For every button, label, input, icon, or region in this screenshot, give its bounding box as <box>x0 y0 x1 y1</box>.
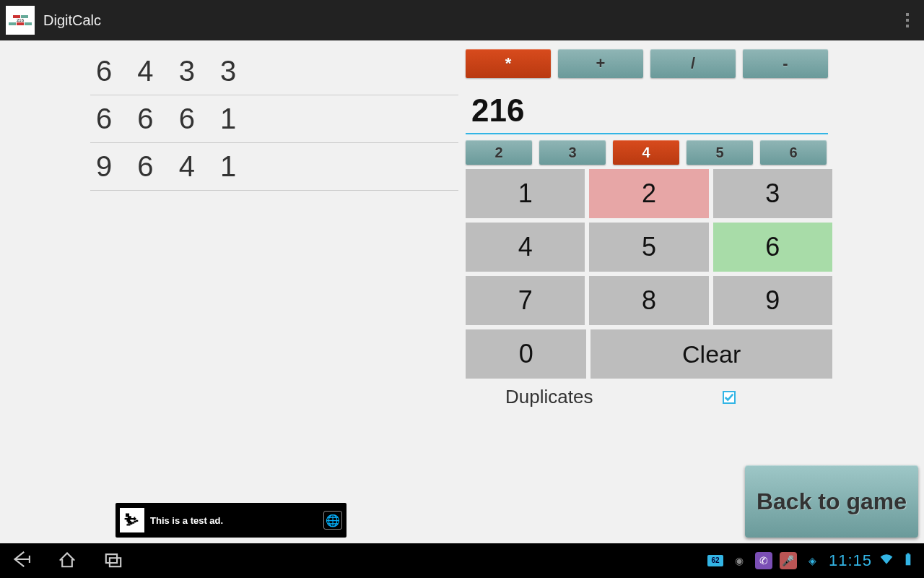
history-list: 6 4 3 3 6 6 6 1 9 6 4 1 <box>90 48 458 191</box>
history-row: 9 6 4 1 <box>90 143 458 191</box>
ad-text: This is a test ad. <box>150 515 223 526</box>
tab-2[interactable]: 2 <box>466 140 532 165</box>
recent-apps-icon[interactable] <box>101 547 126 574</box>
battery-icon <box>901 552 915 569</box>
digit-count-tabs: 2 3 4 5 6 <box>466 140 827 165</box>
status-icon: ◉ <box>731 552 748 569</box>
viber-icon: ✆ <box>755 552 772 569</box>
tab-3[interactable]: 3 <box>539 140 606 165</box>
back-icon[interactable] <box>9 547 33 574</box>
main-content: 6 4 3 3 6 6 6 1 9 6 4 1 * + / - 216 2 3 … <box>0 40 924 543</box>
key-7[interactable]: 7 <box>466 276 585 325</box>
history-row: 6 4 3 3 <box>90 48 458 95</box>
tab-5[interactable]: 5 <box>687 140 753 165</box>
home-icon[interactable] <box>55 547 79 574</box>
back-to-game-button[interactable]: Back to game <box>745 465 918 538</box>
keypad: 1 2 3 4 5 6 7 8 9 0 Clear <box>466 169 832 383</box>
key-8[interactable]: 8 <box>589 276 708 325</box>
tab-4[interactable]: 4 <box>613 140 679 165</box>
display-value: 216 <box>471 92 822 129</box>
battery-pct-badge: 62 <box>707 555 723 566</box>
globe-icon[interactable]: 🌐 <box>323 511 342 530</box>
op-plus-button[interactable]: + <box>558 49 643 78</box>
tab-6[interactable]: 6 <box>760 140 827 165</box>
duplicates-row: Duplicates <box>505 386 736 408</box>
display-field: 216 <box>466 90 828 134</box>
clock: 11:15 <box>829 551 872 570</box>
svg-rect-2 <box>906 554 911 565</box>
notification-icon: 🎤 <box>780 552 797 569</box>
op-minus-button[interactable]: - <box>743 49 828 78</box>
svg-rect-3 <box>907 553 909 556</box>
overflow-menu-icon[interactable] <box>897 6 918 35</box>
key-1[interactable]: 1 <box>466 169 585 218</box>
op-multiply-button[interactable]: * <box>466 49 551 78</box>
key-0[interactable]: 0 <box>466 329 586 379</box>
key-clear[interactable]: Clear <box>590 329 832 379</box>
key-2[interactable]: 2 <box>589 169 708 218</box>
app-title: DigitCalc <box>43 12 101 29</box>
key-3[interactable]: 3 <box>713 169 832 218</box>
app-status-icon: ◈ <box>804 552 821 569</box>
key-9[interactable]: 9 <box>713 276 832 325</box>
duplicates-label: Duplicates <box>505 386 593 408</box>
system-nav-bar: 62 ◉ ✆ 🎤 ◈ 11:15 <box>0 543 924 578</box>
key-4[interactable]: 4 <box>466 223 585 272</box>
wifi-icon <box>879 552 894 569</box>
status-area: 62 ◉ ✆ 🎤 ◈ 11:15 <box>707 551 915 570</box>
key-6[interactable]: 6 <box>713 223 832 272</box>
op-divide-button[interactable]: / <box>650 49 736 78</box>
key-5[interactable]: 5 <box>589 223 708 272</box>
history-row: 6 6 6 1 <box>90 95 458 143</box>
app-icon: 216 <box>6 6 35 35</box>
ad-banner[interactable]: ⛷ This is a test ad. 🌐 <box>116 503 346 538</box>
operator-row: * + / - <box>466 49 828 78</box>
action-bar: 216 DigitCalc <box>0 0 924 40</box>
ad-icon: ⛷ <box>120 508 144 532</box>
duplicates-checkbox[interactable] <box>723 391 736 404</box>
